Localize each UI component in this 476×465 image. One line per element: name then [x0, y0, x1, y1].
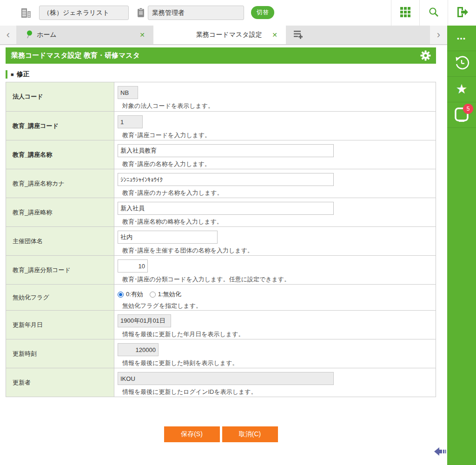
form-row-course-code: 教育_講座コード 教育･講座コードを入力します。: [6, 111, 436, 140]
course-name-input[interactable]: [118, 144, 334, 157]
field-help: 情報を最後に更新した年月日を表示します。: [118, 330, 436, 339]
tab-home-label: ホーム: [37, 31, 57, 39]
role-input[interactable]: [148, 6, 244, 20]
field-help: 教育･講座のカナ名称を入力します。: [118, 189, 436, 197]
field-label: 更新年月日: [13, 321, 43, 329]
tab-master-settings[interactable]: 業務コードマスタ設定 ✕: [153, 26, 286, 44]
form-row-organizer-name: 主催団体名 教育･講座を主催する団体の名称を入力します。: [6, 226, 436, 255]
form-row-course-name-kana: 教育_講座名称カナ 教育･講座のカナ名称を入力します。: [6, 169, 436, 198]
field-label: 教育_講座名称カナ: [13, 179, 65, 188]
ellipsis-icon: •••: [457, 35, 466, 42]
radio-disabled[interactable]: [150, 292, 156, 298]
update-date-input: [118, 314, 171, 327]
field-value-cell: 教育･講座のカナ名称を入力します。: [114, 169, 436, 198]
form-row-disable-flag: 無効化フラグ 0:有効 1:無効化 無効化フラグを指定します。: [6, 284, 436, 310]
field-label-cell: 教育_講座分類コード: [6, 256, 114, 284]
organizer-name-input[interactable]: [118, 231, 218, 244]
gear-icon[interactable]: [420, 50, 431, 63]
tab-bar: ‹ ホーム ✕ 業務コードマスタ設定 ✕: [0, 26, 447, 45]
section-accent-bar: [6, 70, 7, 79]
collapse-sidebar-arrow-icon[interactable]: [434, 446, 446, 458]
form-row-course-name: 教育_講座名称 教育･講座の名称を入力します。: [6, 140, 436, 169]
radio-enabled-label: 0:有効: [126, 290, 143, 299]
field-help: 教育･講座名称の略称を入力します。: [118, 218, 436, 226]
field-label-cell: 無効化フラグ: [6, 285, 114, 310]
field-value-cell: 情報を最後に更新した時刻を表示します。: [114, 339, 436, 368]
search-button[interactable]: [419, 0, 448, 26]
sidebar-history-button[interactable]: [447, 51, 476, 77]
main-content: 業務コードマスタ設定 教育・研修マスタ ■ 修正: [0, 45, 447, 465]
field-label-cell: 教育_講座名称カナ: [6, 169, 114, 198]
field-value-cell: 0:有効 1:無効化 無効化フラグを指定します。: [114, 285, 436, 310]
tab-master-label: 業務コードマスタ設定: [196, 31, 262, 39]
field-value-cell: 対象の法人コードを表示します。: [114, 82, 436, 111]
notification-badge: 5: [463, 104, 473, 114]
field-label: 教育_講座コード: [13, 122, 59, 130]
form-row-update-date: 更新年月日 情報を最後に更新した年月日を表示します。: [6, 310, 436, 339]
logout-button[interactable]: [448, 0, 476, 26]
field-value-cell: 情報を最後に更新したログインIDを表示します。: [114, 368, 436, 397]
field-help: 教育･講座の名称を入力します。: [118, 160, 436, 168]
page-title-bar: 業務コードマスタ設定 教育・研修マスタ: [6, 47, 436, 64]
field-value-cell: 情報を最後に更新した年月日を表示します。: [114, 311, 436, 339]
section-title: 修正: [17, 70, 30, 79]
field-value-cell: 教育･講座の名称を入力します。: [114, 140, 436, 169]
updater-input: [118, 372, 334, 385]
course-category-code-input[interactable]: [118, 259, 148, 272]
tab-master-close-icon[interactable]: ✕: [272, 31, 278, 39]
history-icon: [454, 55, 469, 73]
section-bullet: ■: [11, 72, 14, 77]
switch-button[interactable]: 切替: [251, 6, 274, 19]
field-label-cell: 教育_講座略称: [6, 198, 114, 226]
grid-icon: [400, 7, 411, 20]
save-button[interactable]: 保存(S): [164, 426, 220, 442]
tabs-scroll-left[interactable]: ‹: [0, 26, 16, 44]
form-row-course-category-code: 教育_講座分類コード 教育･講座の分類コードを入力します。任意に設定できます。: [6, 255, 436, 284]
logout-icon: [456, 6, 469, 20]
field-help: 無効化フラグを指定します。: [118, 302, 436, 310]
clipboard-icon: [137, 7, 145, 20]
tab-home[interactable]: ホーム ✕: [16, 26, 153, 44]
radio-disabled-label: 1:無効化: [158, 290, 181, 299]
sidebar-favorites-button[interactable]: ★: [447, 77, 476, 102]
right-sidebar: ••• ★ 5: [447, 26, 476, 465]
add-tab-icon: [293, 30, 304, 41]
top-header: 切替: [0, 0, 476, 26]
field-label-cell: 教育_講座コード: [6, 112, 114, 140]
corporate-code-input: [118, 86, 138, 99]
star-icon: ★: [456, 83, 467, 96]
form-row-corporate-code: 法人コード 対象の法人コードを表示します。: [6, 82, 436, 111]
app-grid-button[interactable]: [391, 0, 419, 26]
field-help: 情報を最後に更新した時刻を表示します。: [118, 359, 436, 367]
add-tab-button[interactable]: [291, 29, 306, 42]
tab-home-close-icon[interactable]: ✕: [139, 31, 145, 39]
search-icon: [428, 7, 439, 20]
form-row-update-time: 更新時刻 情報を最後に更新した時刻を表示します。: [6, 339, 436, 368]
page-title: 業務コードマスタ設定 教育・研修マスタ: [6, 51, 140, 60]
course-short-name-input[interactable]: [118, 202, 334, 215]
disable-flag-radio-group: 0:有効 1:無効化: [118, 290, 436, 299]
sidebar-inbox-button[interactable]: 5: [447, 102, 476, 128]
course-name-kana-input[interactable]: [118, 173, 334, 186]
company-input[interactable]: [39, 6, 129, 20]
cancel-button[interactable]: 取消(C): [222, 426, 278, 442]
tabs-scroll-right[interactable]: ›: [430, 26, 447, 44]
field-value-cell: 教育･講座名称の略称を入力します。: [114, 198, 436, 226]
course-code-input: [118, 115, 143, 128]
field-label: 教育_講座分類コード: [13, 266, 71, 274]
field-help: 教育･講座を主催する団体の名称を入力します。: [118, 246, 436, 255]
radio-enabled[interactable]: [118, 292, 124, 298]
field-help: 教育･講座コードを入力します。: [118, 131, 436, 140]
sidebar-more-button[interactable]: •••: [447, 26, 476, 51]
field-label: 更新者: [13, 379, 31, 387]
field-value-cell: 教育･講座の分類コードを入力します。任意に設定できます。: [114, 256, 436, 284]
section-header: ■ 修正: [6, 70, 447, 79]
field-label-cell: 更新者: [6, 368, 114, 397]
pin-icon: [26, 30, 33, 40]
field-label-cell: 主催団体名: [6, 227, 114, 255]
application-window: 切替: [0, 0, 476, 465]
field-label-cell: 更新年月日: [6, 311, 114, 339]
field-label-cell: 更新時刻: [6, 339, 114, 368]
field-label: 教育_講座略称: [13, 208, 52, 217]
field-help: 教育･講座の分類コードを入力します。任意に設定できます。: [118, 275, 436, 284]
